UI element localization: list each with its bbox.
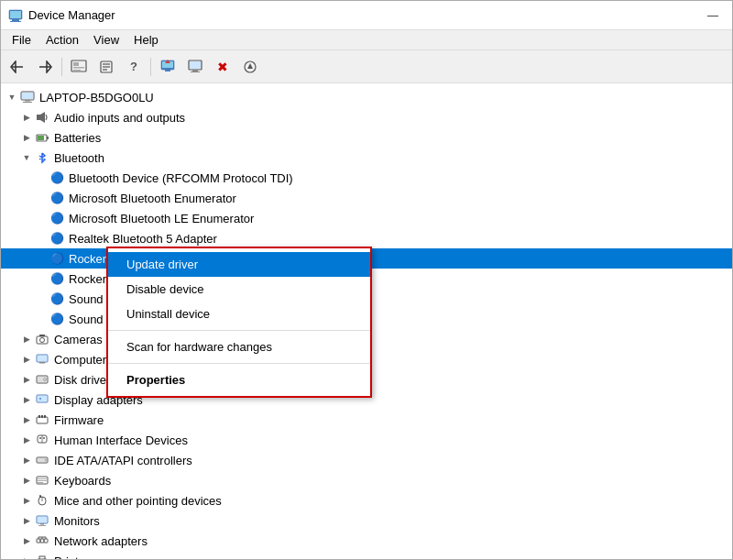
mice-icon bbox=[34, 493, 50, 508]
toolbar-sep-1 bbox=[61, 58, 62, 76]
firmware-icon bbox=[34, 412, 50, 427]
tree-item-ide[interactable]: ▶ IDE ATA/ATAPI controllers bbox=[1, 450, 732, 470]
computer-expand[interactable]: ▶ bbox=[19, 352, 34, 367]
menu-view[interactable]: View bbox=[86, 31, 126, 49]
menu-help[interactable]: Help bbox=[126, 31, 166, 49]
mice-label: Mice and other pointing devices bbox=[54, 494, 222, 508]
scan-button[interactable] bbox=[237, 54, 263, 80]
keyboards-expand[interactable]: ▶ bbox=[19, 473, 34, 488]
bt8-icon: 🔵 bbox=[49, 312, 65, 326]
display-expand[interactable]: ▶ bbox=[19, 392, 34, 407]
svg-rect-3 bbox=[10, 11, 21, 18]
update-driver-button[interactable] bbox=[155, 54, 181, 80]
display-icon bbox=[34, 392, 50, 407]
batteries-expand[interactable]: ▶ bbox=[19, 130, 34, 145]
tree-item-network[interactable]: ▶ Network adapters bbox=[1, 531, 732, 551]
svg-rect-49 bbox=[41, 415, 43, 418]
disk-expand[interactable]: ▶ bbox=[19, 372, 34, 387]
cameras-label: Cameras bbox=[54, 333, 103, 346]
svg-rect-59 bbox=[38, 478, 47, 479]
bluetooth-expand[interactable]: ▼ bbox=[19, 150, 34, 165]
print-expand[interactable]: ▶ bbox=[19, 554, 34, 559]
tree-item-bt1[interactable]: 🔵 Bluetooth Device (RFCOMM Protocol TDI) bbox=[1, 168, 732, 188]
svg-rect-68 bbox=[38, 525, 46, 526]
context-update-driver[interactable]: Update driver bbox=[108, 252, 370, 277]
tree-item-hid[interactable]: ▶ Human Interface Devices bbox=[1, 430, 732, 450]
svg-rect-21 bbox=[190, 61, 201, 69]
tree-item-bt3[interactable]: 🔵 Microsoft Bluetooth LE Enumerator bbox=[1, 208, 732, 228]
tree-item-mice[interactable]: ▶ Mice and other pointing devices bbox=[1, 490, 732, 511]
root-expand[interactable]: ▼ bbox=[5, 90, 19, 104]
firmware-expand[interactable]: ▶ bbox=[19, 412, 34, 427]
show-hidden-button[interactable] bbox=[66, 54, 92, 80]
ide-expand[interactable]: ▶ bbox=[19, 453, 34, 467]
svg-marker-31 bbox=[40, 112, 45, 123]
batteries-label: Batteries bbox=[54, 131, 101, 145]
svg-rect-69 bbox=[37, 539, 40, 543]
bt6-icon: 🔵 bbox=[49, 271, 65, 286]
context-uninstall-device[interactable]: Uninstall device bbox=[108, 302, 370, 326]
toolbar: ? ✖ bbox=[1, 50, 732, 83]
window-controls: — bbox=[701, 6, 725, 25]
bt3-label: Microsoft Bluetooth LE Enumerator bbox=[69, 212, 254, 225]
monitors-expand[interactable]: ▶ bbox=[19, 513, 34, 528]
hid-expand[interactable]: ▶ bbox=[19, 433, 34, 447]
audio-expand[interactable]: ▶ bbox=[19, 110, 34, 125]
tree-item-bt4[interactable]: 🔵 Realtek Bluetooth 5 Adapter bbox=[1, 228, 732, 248]
disk-icon bbox=[34, 372, 50, 387]
tree-item-bt2[interactable]: 🔵 Microsoft Bluetooth Enumerator bbox=[1, 188, 732, 208]
svg-rect-48 bbox=[38, 415, 40, 418]
cameras-expand[interactable]: ▶ bbox=[19, 332, 34, 346]
tree-item-bluetooth[interactable]: ▼ Bluetooth bbox=[1, 148, 732, 168]
bt1-label: Bluetooth Device (RFCOMM Protocol TDI) bbox=[69, 171, 293, 185]
menu-action[interactable]: Action bbox=[38, 31, 86, 49]
svg-rect-42 bbox=[38, 377, 47, 382]
tree-root[interactable]: ▼ LAPTOP-B5DGO0LU bbox=[1, 87, 732, 107]
remove-button[interactable]: ✖ bbox=[210, 54, 235, 80]
forward-button[interactable] bbox=[32, 54, 58, 80]
tree-item-audio[interactable]: ▶ Audio inputs and outputs bbox=[1, 107, 732, 127]
monitors-icon bbox=[34, 513, 50, 528]
svg-rect-33 bbox=[47, 137, 49, 139]
computer-label: Computer bbox=[54, 353, 106, 367]
bt1-icon: 🔵 bbox=[49, 170, 65, 185]
svg-rect-61 bbox=[38, 482, 43, 483]
tree-item-firmware[interactable]: ▶ Firmware bbox=[1, 410, 732, 430]
computer-icon-button[interactable] bbox=[182, 54, 208, 80]
svg-rect-47 bbox=[37, 417, 48, 423]
svg-point-53 bbox=[39, 437, 41, 439]
network-label: Network adapters bbox=[54, 534, 148, 548]
help-button[interactable]: ? bbox=[121, 54, 147, 80]
svg-point-54 bbox=[43, 437, 45, 439]
network-icon bbox=[34, 533, 50, 548]
back-button[interactable] bbox=[5, 54, 30, 80]
svg-rect-18 bbox=[165, 70, 170, 71]
svg-rect-64 bbox=[39, 495, 41, 498]
bt3-icon: 🔵 bbox=[49, 211, 65, 225]
svg-rect-10 bbox=[73, 67, 84, 69]
network-expand[interactable]: ▶ bbox=[19, 533, 34, 548]
tree-item-monitors[interactable]: ▶ Monitors bbox=[1, 511, 732, 531]
hid-icon bbox=[34, 433, 50, 447]
context-scan-hardware[interactable]: Scan for hardware changes bbox=[108, 335, 370, 359]
app-icon bbox=[8, 8, 23, 23]
mice-expand[interactable]: ▶ bbox=[19, 493, 34, 508]
svg-rect-29 bbox=[23, 102, 32, 103]
context-disable-device[interactable]: Disable device bbox=[108, 277, 370, 302]
ide-icon bbox=[34, 453, 50, 467]
context-properties[interactable]: Properties bbox=[108, 368, 370, 392]
tree-item-keyboards[interactable]: ▶ Keyboards bbox=[1, 470, 732, 490]
computer-tree-icon bbox=[34, 352, 50, 367]
properties-button[interactable] bbox=[93, 54, 119, 80]
svg-rect-70 bbox=[40, 539, 44, 543]
device-manager-window: Device Manager — File Action View Help bbox=[0, 0, 733, 560]
svg-rect-22 bbox=[192, 70, 198, 71]
svg-rect-1 bbox=[12, 19, 19, 21]
menu-file[interactable]: File bbox=[5, 31, 38, 49]
tree-item-print[interactable]: ▶ Print queues bbox=[1, 551, 732, 559]
batteries-icon bbox=[34, 130, 50, 145]
minimize-button[interactable]: — bbox=[701, 6, 725, 25]
tree-item-batteries[interactable]: ▶ Batteries bbox=[1, 127, 732, 148]
svg-rect-39 bbox=[38, 356, 47, 361]
menu-bar: File Action View Help bbox=[1, 30, 732, 50]
